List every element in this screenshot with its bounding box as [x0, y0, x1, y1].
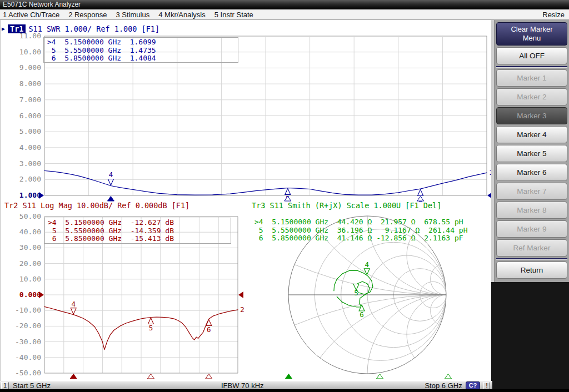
tr1-ytick: 11.00	[0, 32, 41, 40]
instrument-window: E5071C Network Analyzer 1 Active Ch/Trac…	[0, 0, 569, 392]
tr3-marker-row: >4 5.1500000 GHz 44.420 Ω 21.957 Ω 678.5…	[254, 218, 490, 227]
menu-item-1-active-ch-trace[interactable]: 1 Active Ch/Trace	[3, 11, 59, 19]
tr2-ytick: -40.00	[0, 353, 41, 361]
channel-number-badge: 1	[1, 382, 9, 389]
trace2-marker-readout: >4 5.1500000 GHz -12.627 dB 5 5.5500000 …	[44, 218, 231, 244]
tr2-ytick: 10.00	[0, 275, 41, 283]
tr2-ytick: -30.00	[0, 338, 41, 346]
softkey-menu-header: Clear Marker Menu	[496, 22, 567, 46]
trace2-title: Tr2 S11 Log Mag 10.00dB/ Ref 0.000dB [F1…	[4, 201, 189, 210]
title-bar[interactable]: E5071C Network Analyzer	[0, 0, 569, 9]
tr1-ytick: 3.000	[0, 159, 41, 168]
menu-item-5-instr-state[interactable]: 5 Instr State	[214, 11, 253, 19]
menu-item-2-response[interactable]: 2 Response	[68, 11, 107, 19]
bottom-strip	[0, 389, 569, 392]
tr1-ytick: 10.00	[0, 48, 41, 56]
softkey-marker-8: Marker 8	[496, 202, 567, 219]
softkey-ref-marker: Ref Marker	[496, 239, 567, 257]
trace1-marker-readout: >4 5.1500000 GHz 1.6099 5 5.5500000 GHz …	[43, 37, 238, 63]
tr1-marker-row: 6 5.8500000 GHz 1.4084	[47, 54, 238, 63]
softkey-marker-1: Marker 1	[496, 69, 567, 87]
tr1-ytick: 6.000	[0, 112, 41, 120]
tr3-marker-row: 5 5.5500000 GHz 36.196 Ω 9.1167 Ω 261.44…	[254, 227, 490, 235]
trace3-marker-readout: >4 5.1500000 GHz 44.420 Ω 21.957 Ω 678.5…	[254, 218, 490, 244]
trace1-format-text: S11 SWR 1.000/ Ref 1.000 [F1]	[28, 24, 159, 33]
tr2-ytick: -10.00	[0, 306, 41, 314]
softkey-marker-6[interactable]: Marker 6	[496, 164, 567, 181]
softkey-all-off[interactable]: All OFF	[496, 47, 567, 64]
tr1-ytick: 8.000	[0, 79, 41, 88]
softkey-marker-7: Marker 7	[496, 183, 567, 200]
tr2-ytick: 50.00	[0, 212, 41, 220]
tr1-ytick: 5.000	[0, 127, 41, 135]
tr1-ytick: 1.000	[0, 191, 41, 199]
softkey-panel-empty	[491, 282, 569, 392]
tr2-ytick: -20.00	[0, 321, 41, 330]
tr2-marker-row: 5 5.5500000 GHz -14.359 dB	[48, 227, 231, 235]
tr2-marker-row: 6 5.8500000 GHz -15.413 dB	[48, 235, 231, 243]
tr1-ytick: 9.000	[0, 63, 41, 72]
softkey-marker-2: Marker 2	[496, 88, 567, 105]
softkey-return[interactable]: Return	[496, 262, 567, 279]
softkey-marker-4[interactable]: Marker 4	[496, 126, 567, 143]
softkey-marker-3[interactable]: Marker 3	[496, 107, 567, 124]
tr1-marker-row: >4 5.1500000 GHz 1.6099	[47, 38, 238, 47]
tr1-marker-row: 5 5.5500000 GHz 1.4735	[47, 47, 238, 55]
menu-bar: 1 Active Ch/Trace2 Response3 Stimulus4 M…	[0, 9, 569, 20]
tr3-marker-row: 6 5.8500000 GHz 41.146 Ω -12.856 Ω 2.116…	[254, 234, 490, 243]
calibration-status-badge: C?	[466, 381, 481, 390]
ifbw-label: IFBW 70 kHz	[221, 381, 264, 390]
softkey-marker-5[interactable]: Marker 5	[496, 145, 567, 162]
menu-item-4-mkr-analysis[interactable]: 4 Mkr/Analysis	[158, 11, 206, 19]
status-bar: 1 Start 5 GHz IFBW 70 kHz Stop 6 GHz C? …	[0, 381, 492, 389]
tr1-ytick: 2.000	[0, 175, 41, 183]
graph-area	[0, 20, 491, 381]
tr2-marker-row: >4 5.1500000 GHz -12.627 dB	[48, 219, 231, 227]
menu-item-3-stimulus[interactable]: 3 Stimulus	[116, 11, 150, 19]
tr2-ytick: 0.000	[0, 290, 41, 299]
softkey-panel: Clear Marker Menu All OFFMarker 1Marker …	[491, 20, 569, 392]
softkey-divider	[496, 66, 567, 68]
tr2-ytick: 30.00	[0, 243, 41, 252]
softkey-divider	[496, 258, 567, 260]
resize-menu-item[interactable]: Resize	[542, 11, 565, 19]
softkey-marker-9: Marker 9	[496, 220, 567, 238]
softkey-scroll-rail[interactable]	[491, 20, 495, 282]
alert-indicator: !	[483, 382, 490, 389]
trace3-title: Tr3 S11 Smith (R+jX) Scale 1.000U [F1 De…	[252, 201, 441, 210]
tr2-ytick: 40.00	[0, 228, 41, 236]
tr2-ytick: -50.00	[0, 369, 41, 377]
tr1-ytick: 7.000	[0, 96, 41, 104]
tr2-ytick: 20.00	[0, 259, 41, 268]
stop-frequency-label: Stop 6 GHz	[425, 381, 462, 390]
tr1-ytick: 4.000	[0, 143, 41, 152]
start-frequency-label: Start 5 GHz	[13, 381, 51, 390]
